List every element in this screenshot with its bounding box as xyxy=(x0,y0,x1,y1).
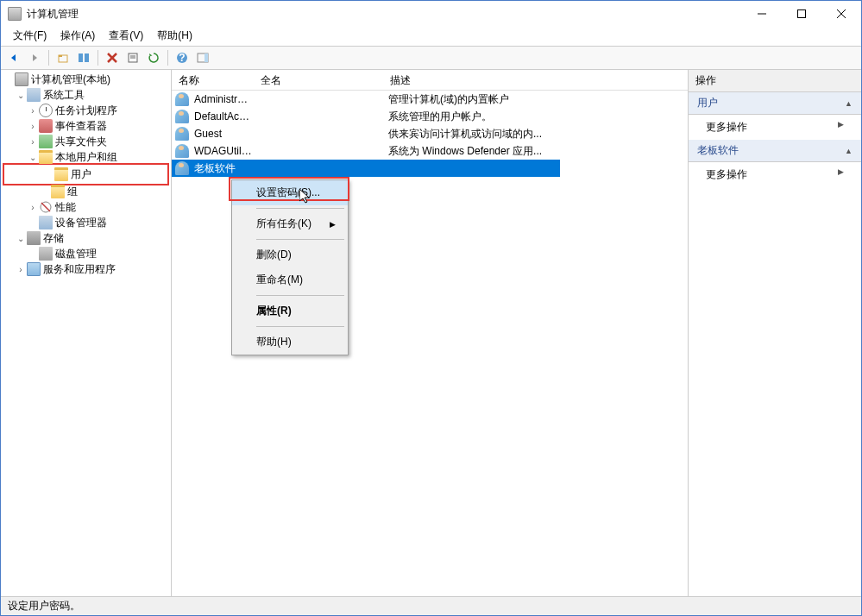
column-description[interactable]: 描述 xyxy=(383,70,688,90)
back-button[interactable] xyxy=(4,48,23,67)
cell-desc: 系统为 Windows Defender 应用... xyxy=(385,144,688,159)
tree-performance[interactable]: › 性能 xyxy=(3,199,169,215)
tree-event-viewer[interactable]: › 事件查看器 xyxy=(3,118,169,134)
section-label: 老板软件 xyxy=(697,143,739,158)
minimize-button[interactable] xyxy=(742,1,782,27)
svg-rect-1 xyxy=(798,10,806,18)
ctx-label: 所有任务(K) xyxy=(256,217,311,231)
folder-icon xyxy=(51,185,65,198)
menu-help[interactable]: 帮助(H) xyxy=(150,27,199,46)
tree-label: 用户 xyxy=(71,167,91,182)
ctx-properties[interactable]: 属性(R) xyxy=(232,299,348,324)
list-row-guest[interactable]: Guest 供来宾访问计算机或访问域的内... xyxy=(172,125,688,142)
delete-button[interactable] xyxy=(103,48,122,67)
tree-system-tools[interactable]: ⌄ 系统工具 xyxy=(3,87,169,103)
actions-more-users[interactable]: 更多操作 ▶ xyxy=(689,115,861,140)
list-row-defaultaccount[interactable]: DefaultAcc... 系统管理的用户帐户。 xyxy=(172,108,688,125)
help-button[interactable]: ? xyxy=(173,48,192,67)
ctx-all-tasks[interactable]: 所有任务(K) ▶ xyxy=(232,211,348,236)
cell-desc: 管理计算机(域)的内置帐户 xyxy=(385,92,688,107)
list-header: 名称 全名 描述 xyxy=(172,70,688,91)
folder-icon xyxy=(39,150,53,164)
menu-file[interactable]: 文件(F) xyxy=(6,27,53,46)
ctx-delete[interactable]: 删除(D) xyxy=(232,242,348,267)
forward-button[interactable] xyxy=(25,48,44,67)
list-row-wdagutility[interactable]: WDAGUtilit... 系统为 Windows Defender 应用... xyxy=(172,142,688,160)
tree-label: 计算机管理(本地) xyxy=(31,72,110,87)
svg-rect-6 xyxy=(79,53,83,62)
device-icon xyxy=(39,216,53,229)
disk-icon xyxy=(39,247,53,261)
properties-button[interactable] xyxy=(123,48,142,67)
ctx-label: 删除(D) xyxy=(256,248,292,262)
service-icon xyxy=(27,262,41,276)
up-button[interactable] xyxy=(53,48,72,67)
tree-groups[interactable]: 组 xyxy=(3,184,169,199)
show-hide-button[interactable] xyxy=(74,48,93,67)
context-menu: 设置密码(S)... 所有任务(K) ▶ 删除(D) 重命名(M) 属性(R) … xyxy=(231,179,349,355)
toolbar-separator xyxy=(48,50,49,66)
app-icon xyxy=(8,7,22,21)
tree-shared-folders[interactable]: › 共享文件夹 xyxy=(3,134,169,149)
cell-name: DefaultAcc... xyxy=(191,110,255,123)
menubar: 文件(F) 操作(A) 查看(V) 帮助(H) xyxy=(1,27,861,46)
menu-action[interactable]: 操作(A) xyxy=(53,27,102,46)
list-row-administrator[interactable]: Administrat... 管理计算机(域)的内置帐户 xyxy=(172,91,688,108)
tree-users[interactable]: 用户 xyxy=(6,167,166,182)
window-controls xyxy=(742,1,861,27)
user-icon xyxy=(175,161,189,175)
column-fullname[interactable]: 全名 xyxy=(254,70,383,90)
tree-storage[interactable]: ⌄ 存储 xyxy=(3,230,169,246)
tree-device-manager[interactable]: 设备管理器 xyxy=(3,215,169,230)
tree-label: 性能 xyxy=(55,200,76,215)
computer-mgmt-icon xyxy=(15,72,28,86)
share-icon xyxy=(39,135,53,148)
expand-icon[interactable]: › xyxy=(27,106,39,116)
submenu-icon: ▶ xyxy=(838,120,844,135)
tree-label: 组 xyxy=(67,185,78,199)
tree-label: 本地用户和组 xyxy=(55,150,117,165)
expand-icon[interactable]: › xyxy=(27,137,39,147)
tree-pane[interactable]: 计算机管理(本地) ⌄ 系统工具 › 任务计划程序 › 事件查看器 › 共享文件… xyxy=(1,70,172,596)
user-icon xyxy=(175,92,189,106)
menu-separator xyxy=(256,295,344,296)
tree-task-scheduler[interactable]: › 任务计划程序 xyxy=(3,103,169,118)
cell-name: Administrat... xyxy=(191,93,255,105)
toolbar-separator xyxy=(98,50,98,66)
tree-services-apps[interactable]: › 服务和应用程序 xyxy=(3,261,169,277)
actions-section-users[interactable]: 用户 ▲ xyxy=(689,92,861,115)
actions-title: 操作 xyxy=(689,70,861,92)
tree-disk-management[interactable]: 磁盘管理 xyxy=(3,246,169,261)
window-title: 计算机管理 xyxy=(27,7,742,22)
expand-icon[interactable]: › xyxy=(27,122,39,131)
link-label: 更多操作 xyxy=(706,120,747,135)
ctx-rename[interactable]: 重命名(M) xyxy=(232,267,348,292)
maximize-button[interactable] xyxy=(782,1,821,27)
close-button[interactable] xyxy=(821,1,861,27)
collapse-icon[interactable]: ⌄ xyxy=(27,153,39,162)
expand-icon[interactable]: › xyxy=(27,203,39,212)
column-name[interactable]: 名称 xyxy=(172,70,254,90)
actions-more-selected[interactable]: 更多操作 ▶ xyxy=(689,162,861,187)
statusbar: 设定用户密码。 xyxy=(1,596,861,615)
refresh-button[interactable] xyxy=(144,48,163,67)
menu-separator xyxy=(256,239,344,240)
tree-label: 磁盘管理 xyxy=(55,247,97,261)
ctx-help[interactable]: 帮助(H) xyxy=(232,330,348,355)
collapse-icon: ▲ xyxy=(845,147,853,155)
ctx-set-password[interactable]: 设置密码(S)... xyxy=(232,180,348,205)
collapse-icon[interactable]: ⌄ xyxy=(15,234,27,243)
collapse-icon[interactable]: ⌄ xyxy=(15,91,27,100)
list-row-selected[interactable]: 老板软件 xyxy=(172,160,560,177)
menu-view[interactable]: 查看(V) xyxy=(102,27,150,46)
tree-root[interactable]: 计算机管理(本地) xyxy=(3,72,169,87)
storage-icon xyxy=(27,231,41,245)
expand-icon[interactable]: › xyxy=(15,265,27,274)
actions-section-selected[interactable]: 老板软件 ▲ xyxy=(689,140,861,162)
ctx-label: 设置密码(S)... xyxy=(256,185,320,200)
action-pane-button[interactable] xyxy=(193,48,212,67)
ctx-label: 重命名(M) xyxy=(256,273,303,287)
link-label: 更多操作 xyxy=(706,167,747,182)
clock-icon xyxy=(39,104,53,117)
tree-label: 任务计划程序 xyxy=(55,104,117,118)
